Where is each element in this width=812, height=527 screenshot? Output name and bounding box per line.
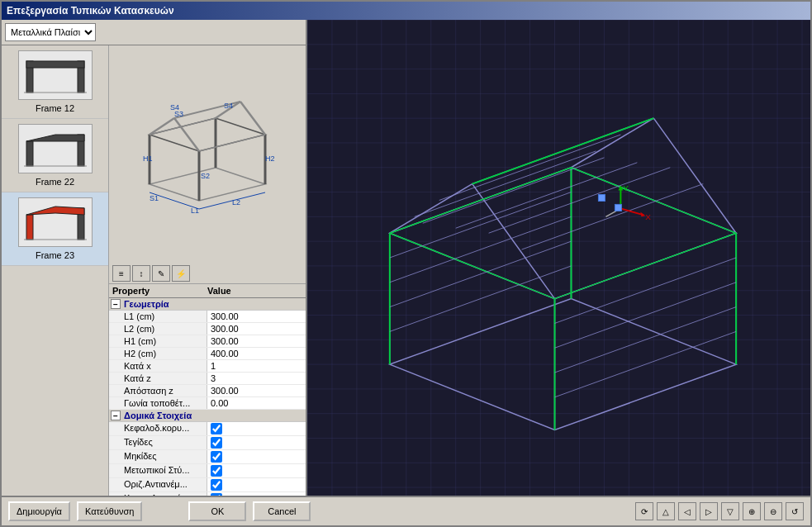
prop-name-h1: H1 (cm) (109, 335, 207, 347)
svg-rect-8 (26, 215, 33, 240)
prop-name-oriz: Οριζ.Αντιανέμ... (109, 478, 207, 491)
prop-row-gonia: Γωνία τοποθέτ... 0.00 (109, 397, 306, 410)
cad-icon-reset[interactable]: ↺ (786, 502, 804, 520)
group-expand-domika[interactable]: − (111, 411, 121, 420)
dropdown-row: Μεταλλικά Πλαίσια (2, 20, 306, 45)
btn-ok[interactable]: ΟΚ (188, 501, 246, 521)
prop-col-value: Value (207, 286, 302, 296)
group-label-geometria: Γεωμετρία (122, 299, 304, 309)
check-tegides[interactable] (211, 437, 222, 449)
svg-rect-122 (615, 204, 621, 211)
prop-value-kata-z[interactable]: 3 (207, 373, 306, 384)
frame-svg-22 (22, 126, 88, 172)
prop-value-l2[interactable]: 300.00 (207, 323, 306, 335)
bottom-buttons: Δημιουργία Κατεύθυνση ΟΚ Cancel (8, 501, 311, 521)
frame-icon-23 (18, 197, 93, 247)
prop-row-kefalod: Κεφαλοδ.κορυ... (109, 422, 306, 436)
toolbar-btn-sort[interactable]: ↕ (132, 265, 150, 282)
prop-value-apostasi-z[interactable]: 300.00 (207, 385, 306, 396)
btn-dimioyrgia[interactable]: Δημιουργία (8, 501, 70, 521)
prop-check-mikides[interactable] (207, 450, 306, 463)
prop-check-oriz[interactable] (207, 478, 306, 491)
title-bar: Επεξεργασία Τυπικών Κατασκευών (2, 2, 810, 20)
prop-row-l1: L1 (cm) 300.00 (109, 311, 306, 323)
prop-name-l1: L1 (cm) (109, 311, 207, 322)
btn-kateuthinsi[interactable]: Κατεύθυνση (77, 501, 142, 521)
bottom-right-icons: ⟳ △ ◁ ▷ ▽ ⊕ ⊖ ↺ (635, 502, 804, 520)
prop-value-l1[interactable]: 300.00 (207, 311, 306, 322)
svg-line-25 (199, 135, 265, 151)
group-domika[interactable]: − Δομικά Στοιχεία (109, 410, 306, 422)
left-panel: Μεταλλικά Πλαίσια (2, 20, 307, 496)
frames-list: Frame 12 Fram (2, 45, 109, 496)
svg-text:S3: S3 (174, 110, 183, 118)
svg-line-22 (240, 102, 265, 135)
frame-type-dropdown[interactable]: Μεταλλικά Πλαίσια (5, 23, 96, 41)
prop-row-h1: H1 (cm) 300.00 (109, 335, 306, 348)
btn-cancel[interactable]: Cancel (253, 501, 311, 521)
group-geometria[interactable]: − Γεωμετρία (109, 298, 306, 311)
frame-label-22: Frame 22 (36, 177, 74, 187)
frame-svg-23 (22, 200, 88, 245)
svg-rect-37 (307, 20, 810, 496)
prop-name-kata-z: Κατά z (109, 373, 207, 384)
svg-text:S4: S4 (224, 102, 233, 110)
prop-name-apostasi-z: Απόσταση z (109, 385, 207, 396)
frame-label-23: Frame 23 (36, 250, 74, 260)
prop-value-h1[interactable]: 300.00 (207, 335, 306, 347)
diagram-area: S4 S4 H2 S2 H1 S1 L1 L2 S3 (109, 45, 306, 264)
cad-icon-rotate[interactable]: ⟳ (635, 502, 653, 520)
cad-icon-up[interactable]: △ (657, 502, 675, 520)
prop-check-kefalod[interactable] (207, 422, 306, 435)
frame-svg-12 (22, 53, 88, 98)
prop-col-property: Property (112, 286, 207, 296)
structure-diagram: S4 S4 H2 S2 H1 S1 L1 L2 S3 (125, 93, 290, 216)
svg-text:H2: H2 (265, 154, 275, 163)
prop-check-tegides[interactable] (207, 436, 306, 449)
check-mikides[interactable] (211, 451, 222, 463)
cad-icon-right[interactable]: ▷ (700, 502, 718, 520)
svg-rect-2 (26, 61, 84, 68)
svg-rect-123 (598, 195, 605, 202)
content-area: Μεταλλικά Πλαίσια (2, 20, 810, 496)
check-metopikoi[interactable] (211, 465, 222, 477)
right-panel: Y X (307, 20, 810, 496)
frame-item-12[interactable]: Frame 12 (2, 45, 108, 119)
prop-name-h2: H2 (cm) (109, 348, 207, 359)
prop-row-apostasi-z: Απόσταση z 300.00 (109, 385, 306, 397)
cad-icon-zoom-out[interactable]: ⊖ (764, 502, 782, 520)
frame-item-22[interactable]: Frame 22 (2, 119, 108, 192)
svg-text:X: X (645, 212, 651, 221)
check-oriz[interactable] (211, 479, 222, 491)
prop-row-h2: H2 (cm) 400.00 (109, 348, 306, 360)
svg-text:S2: S2 (201, 172, 210, 180)
prop-row-kata-z: Κατά z 3 (109, 373, 306, 385)
prop-name-l2: L2 (cm) (109, 323, 207, 335)
toolbar-btn-lightning[interactable]: ⚡ (172, 265, 190, 282)
frame-item-23[interactable]: Frame 23 (2, 192, 108, 266)
svg-marker-10 (26, 207, 84, 215)
toolbar-btn-list[interactable]: ≡ (112, 265, 131, 282)
cad-icon-zoom-in[interactable]: ⊕ (743, 502, 761, 520)
prop-row-oriz: Οριζ.Αντιανέμ... (109, 478, 306, 492)
prop-row-kata-x: Κατά x 1 (109, 360, 306, 373)
prop-check-metopikoi[interactable] (207, 464, 306, 477)
prop-value-kata-x[interactable]: 1 (207, 360, 306, 372)
frame-icon-12 (18, 50, 93, 100)
cad-icon-left[interactable]: ◁ (678, 502, 696, 520)
svg-text:Y: Y (623, 183, 629, 192)
svg-line-24 (150, 118, 216, 135)
prop-name-tegides: Τεγίδες (109, 436, 207, 449)
prop-name-mikides: Μηκίδες (109, 450, 207, 463)
check-kefalod[interactable] (211, 423, 222, 434)
prop-value-gonia[interactable]: 0.00 (207, 397, 306, 409)
toolbar-btn-edit[interactable]: ✎ (152, 265, 170, 282)
cad-icon-down[interactable]: ▽ (721, 502, 739, 520)
prop-value-h2[interactable]: 400.00 (207, 348, 306, 359)
prop-name-kefalod: Κεφαλοδ.κορυ... (109, 422, 207, 435)
prop-row-tegides: Τεγίδες (109, 436, 306, 450)
group-expand-geometria[interactable]: − (111, 299, 121, 309)
cad-viewport[interactable]: Y X (307, 20, 810, 496)
bottom-bar: Δημιουργία Κατεύθυνση ΟΚ Cancel ⟳ △ ◁ ▷ … (2, 496, 810, 525)
prop-row-mikides: Μηκίδες (109, 450, 306, 464)
